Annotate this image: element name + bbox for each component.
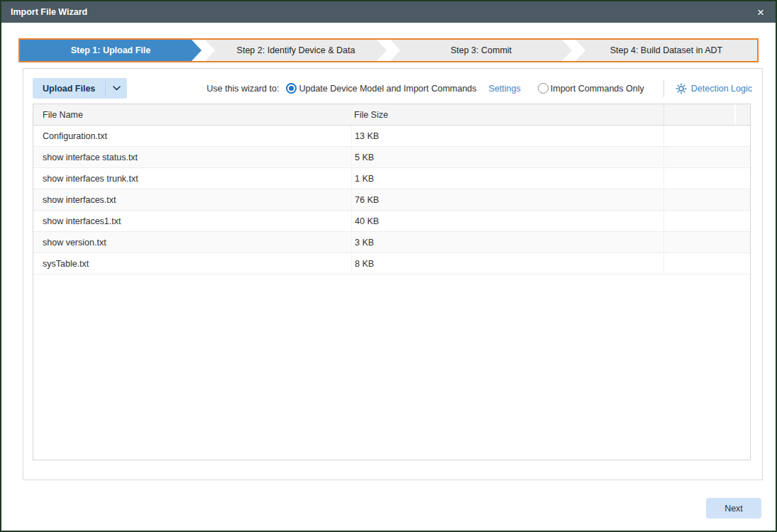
file-name-cell: Configuration.txt [33, 126, 351, 146]
file-size-cell: 40 KB [351, 211, 663, 231]
row-scroll-cell [734, 126, 750, 146]
row-extra-cell [663, 253, 734, 274]
table-row[interactable]: show interfaces.txt 76 KB [33, 189, 750, 211]
empty-header-cell [663, 104, 734, 125]
toolbar: Upload Files Use this wizard to: Update … [23, 69, 762, 104]
table-row[interactable]: show interfaces1.txt 40 KB [33, 211, 750, 232]
file-size-cell: 13 KB [351, 126, 663, 146]
file-size-header: File Size [351, 104, 663, 125]
file-name-cell: show interfaces.txt [33, 189, 351, 210]
file-table: File Name File Size Configuration.txt 13… [33, 104, 751, 460]
row-scroll-cell [734, 232, 750, 253]
radio-update-device-model[interactable] [286, 83, 297, 94]
file-size-cell: 1 KB [351, 168, 663, 189]
row-extra-cell [663, 211, 734, 231]
window-title: Import File Wizard [11, 7, 87, 17]
file-name-header: File Name [33, 104, 351, 125]
file-size-cell: 8 KB [351, 253, 663, 274]
file-size-cell: 5 KB [351, 147, 663, 167]
step-3-commit[interactable]: Step 3: Commit [390, 40, 572, 61]
table-body: Configuration.txt 13 KB show interface s… [33, 126, 750, 460]
step-label: Step 1: Upload File [71, 45, 151, 55]
row-extra-cell [663, 232, 734, 253]
vertical-divider [663, 80, 664, 97]
file-name-cell: sysTable.txt [33, 253, 351, 274]
file-size-cell: 76 KB [351, 189, 663, 210]
file-name-cell: show interfaces trunk.txt [33, 168, 351, 189]
row-extra-cell [663, 189, 734, 210]
detection-logic-link[interactable]: Detection Logic [691, 84, 752, 94]
radio-import-commands-only[interactable] [538, 83, 549, 94]
row-extra-cell [663, 168, 734, 189]
row-extra-cell [663, 126, 734, 146]
step-label: Step 4: Build Dataset in ADT [610, 45, 722, 55]
content-panel: Upload Files Use this wizard to: Update … [23, 68, 763, 480]
row-scroll-cell [734, 253, 750, 274]
step-2-identify-device-data[interactable]: Step 2: Identify Device & Data [205, 40, 387, 61]
close-icon[interactable]: × [755, 6, 766, 18]
chevron-down-icon[interactable] [106, 78, 127, 99]
row-scroll-cell [734, 211, 750, 231]
wizard-stepper: Step 1: Upload File Step 2: Identify Dev… [18, 38, 759, 62]
wizard-mode-label: Use this wizard to: [206, 84, 279, 94]
upload-files-label: Upload Files [33, 78, 105, 99]
wizard-mode-group: Use this wizard to: Update Device Model … [206, 83, 644, 94]
table-row[interactable]: sysTable.txt 8 KB [33, 253, 750, 275]
file-size-cell: 3 KB [351, 232, 663, 253]
detection-logic-group: Detection Logic [652, 80, 752, 97]
file-name-cell: show interface status.txt [33, 147, 351, 167]
radio-update-device-model-label[interactable]: Update Device Model and Import Commands [299, 84, 476, 94]
table-row[interactable]: Configuration.txt 13 KB [33, 126, 750, 147]
file-name-cell: show version.txt [33, 232, 351, 253]
scrollbar-track [734, 104, 750, 125]
step-4-build-dataset-adt[interactable]: Step 4: Build Dataset in ADT [575, 40, 757, 61]
table-row[interactable]: show version.txt 3 KB [33, 232, 750, 253]
table-header: File Name File Size [33, 104, 750, 126]
row-extra-cell [663, 147, 734, 167]
titlebar: Import File Wizard × [1, 1, 776, 23]
step-1-upload-file[interactable]: Step 1: Upload File [20, 40, 202, 61]
radio-import-commands-only-label[interactable]: Import Commands Only [551, 84, 644, 94]
step-label: Step 3: Commit [451, 45, 512, 55]
upload-files-button[interactable]: Upload Files [33, 78, 127, 99]
next-button[interactable]: Next [706, 498, 761, 519]
row-scroll-cell [734, 189, 750, 210]
gear-icon [676, 83, 687, 94]
step-label: Step 2: Identify Device & Data [237, 45, 356, 55]
file-name-cell: show interfaces1.txt [33, 211, 351, 231]
row-scroll-cell [734, 147, 750, 167]
table-row[interactable]: show interfaces trunk.txt 1 KB [33, 168, 750, 189]
settings-link[interactable]: Settings [489, 84, 521, 94]
row-scroll-cell [734, 168, 750, 189]
table-row[interactable]: show interface status.txt 5 KB [33, 147, 750, 168]
